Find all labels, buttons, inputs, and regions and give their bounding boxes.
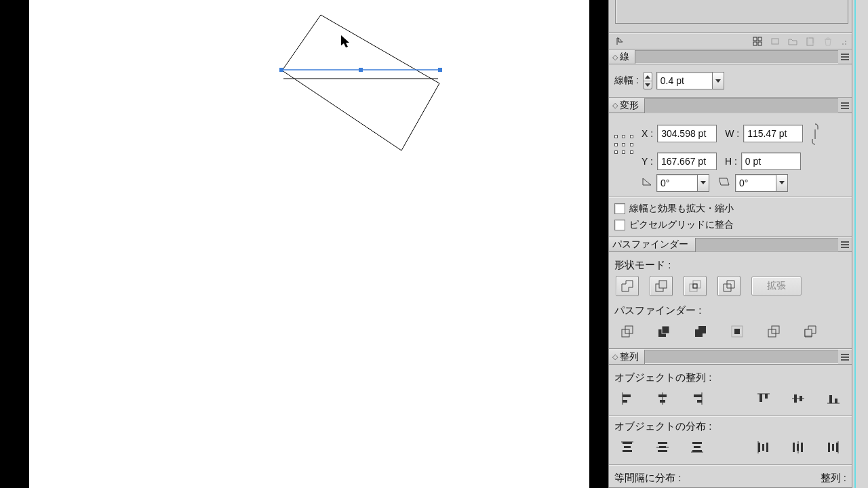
svg-rect-2	[758, 37, 762, 41]
anchor-right[interactable]	[438, 68, 442, 72]
tab-transform[interactable]: ◇変形	[609, 98, 645, 113]
outline-button[interactable]	[762, 321, 785, 342]
align-vcenter-button[interactable]	[787, 388, 810, 409]
tab-transform-label: 変形	[620, 100, 639, 112]
scale-strokes-label: 線幅と効果も拡大・縮小	[629, 203, 734, 215]
anchor-left[interactable]	[279, 68, 283, 72]
svg-rect-1	[753, 37, 757, 41]
tab-pathfinder[interactable]: パスファインダー	[609, 238, 696, 252]
tab-stroke[interactable]: ◇線	[609, 50, 635, 64]
panel-header-stroke[interactable]: ◇線	[609, 49, 852, 65]
align-left-button[interactable]	[616, 388, 639, 409]
svg-rect-50	[697, 400, 702, 403]
rotate-value[interactable]: 0°	[656, 174, 697, 192]
exclude-button[interactable]	[717, 276, 741, 296]
stroke-weight-stepper[interactable]	[643, 72, 652, 89]
svg-rect-81	[832, 444, 834, 451]
align-bottom-button[interactable]	[822, 388, 845, 409]
shear-icon	[719, 177, 731, 188]
stroke-weight-value[interactable]: 0.4 pt	[656, 72, 712, 89]
panel-header-transform[interactable]: ◇変形	[609, 98, 852, 113]
resize-grip-icon	[838, 35, 848, 48]
pixel-grid-checkbox[interactable]: ピクセルグリッドに整合	[614, 219, 846, 231]
chevron-down-icon[interactable]	[712, 72, 724, 89]
svg-rect-80	[828, 443, 830, 452]
dock-strip[interactable]	[852, 0, 868, 488]
y-field[interactable]: 167.667 pt	[657, 152, 717, 170]
panel-menu-icon[interactable]	[838, 238, 852, 252]
panel-header-align[interactable]: ◇整列	[609, 349, 852, 365]
pathfinders-label: パスファインダー :	[614, 304, 846, 317]
svg-rect-39	[841, 354, 849, 355]
hdist-left-button[interactable]	[752, 437, 775, 458]
scale-strokes-checkbox[interactable]: 線幅と効果も拡大・縮小	[614, 203, 846, 215]
h-label: H :	[725, 156, 737, 167]
svg-rect-44	[623, 400, 627, 403]
stroke-weight-combo[interactable]: 0.4 pt	[656, 72, 724, 89]
stroke-weight-label: 線幅 :	[614, 75, 639, 87]
vdist-top-button[interactable]	[616, 437, 639, 458]
svg-rect-33	[662, 326, 669, 333]
panel-menu-icon[interactable]	[838, 98, 852, 113]
svg-rect-19	[841, 108, 849, 109]
svg-rect-46	[658, 394, 667, 397]
align-objects-label: オブジェクトの整列 :	[614, 371, 846, 384]
shear-value[interactable]: 0°	[735, 174, 776, 192]
divide-button[interactable]	[616, 321, 639, 342]
merge-button[interactable]	[689, 321, 712, 342]
reference-point-grid[interactable]	[614, 135, 635, 155]
svg-marker-21	[779, 181, 785, 184]
vdist-center-button[interactable]	[651, 437, 674, 458]
hdist-right-button[interactable]	[822, 437, 845, 458]
expand-button[interactable]: 拡張	[751, 277, 802, 296]
w-field[interactable]: 115.47 pt	[743, 125, 803, 142]
svg-rect-74	[766, 443, 768, 452]
folder-icon[interactable]	[785, 35, 800, 48]
svg-rect-59	[835, 399, 837, 403]
tab-align[interactable]: ◇整列	[609, 350, 645, 364]
trash-icon[interactable]	[821, 35, 835, 48]
new-sublayer-icon[interactable]	[768, 35, 783, 48]
svg-rect-66	[658, 450, 667, 452]
crop-button[interactable]	[726, 321, 749, 342]
align-to-label: 整列 :	[821, 472, 846, 485]
panel-menu-icon[interactable]	[838, 350, 852, 364]
svg-rect-41	[841, 359, 849, 361]
anchor-mid[interactable]	[359, 68, 363, 72]
align-right-button[interactable]	[686, 388, 709, 409]
svg-rect-73	[762, 444, 764, 451]
svg-rect-24	[841, 247, 849, 248]
vdist-bottom-button[interactable]	[686, 437, 709, 458]
svg-rect-11	[841, 54, 849, 55]
unite-button[interactable]	[616, 276, 639, 296]
align-top-button[interactable]	[752, 388, 775, 409]
thumbnail-options-icon[interactable]	[750, 35, 765, 48]
constrain-icon[interactable]	[810, 120, 821, 148]
svg-rect-76	[793, 443, 795, 452]
locate-object-icon[interactable]	[613, 35, 628, 48]
panel-dock: ◇線 線幅 : 0.4 pt ◇変形	[608, 0, 852, 488]
intersect-button[interactable]	[684, 276, 707, 296]
shear-combo[interactable]: 0°	[735, 174, 788, 192]
svg-rect-12	[841, 56, 849, 58]
panel-body-stroke: 線幅 : 0.4 pt	[609, 64, 852, 98]
svg-point-10	[845, 41, 846, 42]
chevron-down-icon[interactable]	[697, 174, 709, 192]
svg-rect-69	[694, 446, 701, 448]
minus-back-button[interactable]	[799, 321, 822, 342]
svg-rect-64	[658, 442, 667, 444]
new-layer-icon[interactable]	[803, 35, 818, 48]
x-field[interactable]: 304.598 pt	[657, 125, 717, 142]
panel-menu-icon[interactable]	[838, 50, 852, 64]
hdist-center-button[interactable]	[787, 437, 810, 458]
chevron-down-icon[interactable]	[776, 174, 788, 192]
rotate-combo[interactable]: 0°	[656, 174, 709, 192]
align-hcenter-button[interactable]	[651, 388, 674, 409]
panel-header-pathfinder[interactable]: パスファインダー	[609, 237, 852, 253]
minus-front-button[interactable]	[650, 276, 673, 296]
rectangle-shape[interactable]	[282, 15, 439, 150]
canvas[interactable]	[29, 0, 589, 488]
trim-button[interactable]	[652, 321, 675, 342]
svg-rect-52	[760, 394, 762, 402]
h-field[interactable]: 0 pt	[741, 152, 801, 170]
